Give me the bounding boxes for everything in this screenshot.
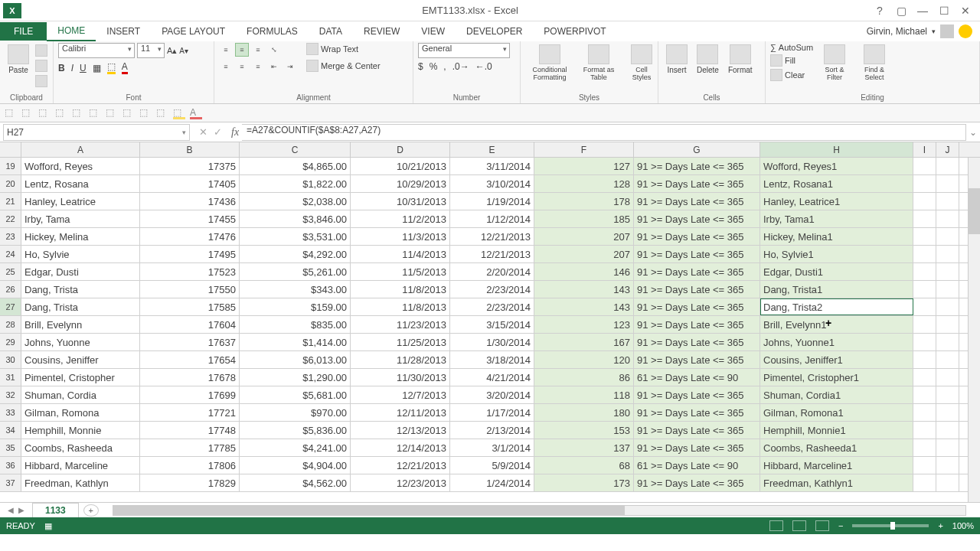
cell[interactable]: 91 >= Days Late <= 365 (634, 281, 760, 298)
font-color-icon[interactable]: A (190, 107, 202, 119)
cell[interactable]: 173 (534, 474, 634, 491)
cell[interactable]: 91 >= Days Late <= 365 (634, 193, 760, 210)
cell[interactable]: $3,531.00 (240, 228, 351, 245)
increase-indent-icon[interactable]: ⇥ (283, 60, 297, 73)
col-header[interactable]: G (634, 142, 760, 157)
cell[interactable]: 128 (534, 175, 634, 192)
cell[interactable] (913, 457, 936, 474)
align-middle-icon[interactable]: ≡ (235, 43, 249, 57)
qat-icon[interactable]: ⬚ (21, 107, 34, 119)
cell[interactable]: Wofford, Reyes1 (760, 158, 913, 174)
cell[interactable]: 1/17/2014 (450, 404, 534, 421)
cell[interactable]: Irby, Tama1 (760, 210, 913, 227)
cell[interactable]: 1/30/2014 (450, 334, 534, 350)
cell[interactable]: 137 (534, 439, 634, 456)
maximize-icon[interactable]: ☐ (937, 5, 951, 17)
cell[interactable]: 17523 (140, 263, 240, 280)
zoom-level[interactable]: 100% (952, 521, 974, 530)
vertical-scrollbar[interactable] (968, 158, 980, 502)
cell[interactable]: Brill, Evelynn (21, 316, 140, 333)
font-color-icon[interactable]: A (122, 61, 128, 74)
user-account[interactable]: Girvin, Michael ▾ (867, 24, 980, 38)
tab-insert[interactable]: INSERT (96, 22, 151, 41)
worksheet-grid[interactable]: A B C D E F G H I J 19Wofford, Reyes1737… (0, 142, 980, 502)
row-header[interactable]: 35 (0, 439, 21, 456)
cell[interactable]: Edgar, Dusti (21, 263, 140, 280)
cell[interactable] (936, 386, 959, 403)
cell[interactable]: 207 (534, 246, 634, 262)
conditional-formatting-button[interactable]: Conditional Formatting (525, 43, 574, 83)
cell[interactable]: 178 (534, 193, 634, 210)
delete-cells-button[interactable]: Delete (694, 43, 722, 76)
cell[interactable]: Hickey, Melina1 (760, 228, 913, 245)
cell[interactable]: 12/21/2013 (450, 246, 534, 262)
cell[interactable]: 12/23/2013 (351, 474, 450, 491)
cell[interactable]: Gilman, Romona1 (760, 404, 913, 421)
cell[interactable] (936, 281, 959, 298)
cell[interactable]: 17699 (140, 386, 240, 403)
cell[interactable]: 17637 (140, 334, 240, 350)
qat-icon[interactable]: ⬚ (122, 107, 135, 119)
cell[interactable]: 91 >= Days Late <= 365 (634, 404, 760, 421)
zoom-out-icon[interactable]: − (838, 521, 843, 530)
name-box[interactable]: H27 (3, 124, 190, 141)
row-header[interactable]: 31 (0, 369, 21, 386)
row-header[interactable]: 26 (0, 281, 21, 298)
cell[interactable]: 11/4/2013 (351, 246, 450, 262)
row-header[interactable]: 28 (0, 316, 21, 333)
normal-view-icon[interactable] (769, 520, 783, 531)
row-header[interactable]: 29 (0, 334, 21, 350)
align-left-icon[interactable]: ≡ (219, 60, 233, 73)
cell[interactable]: 123 (534, 316, 634, 333)
number-format-select[interactable]: General (418, 43, 510, 58)
cell[interactable]: Lentz, Rosana (21, 175, 140, 192)
close-icon[interactable]: ✕ (959, 5, 972, 17)
cell[interactable]: 180 (534, 404, 634, 421)
cell[interactable]: 17550 (140, 281, 240, 298)
cell[interactable]: $5,261.00 (240, 263, 351, 280)
cell[interactable] (936, 210, 959, 227)
cell[interactable]: Ho, Sylvie1 (760, 246, 913, 262)
cell[interactable]: Cousins, Jeniffer (21, 351, 140, 368)
cell[interactable]: $5,836.00 (240, 422, 351, 439)
cell[interactable]: 3/18/2014 (450, 351, 534, 368)
orientation-icon[interactable]: ⤡ (267, 43, 281, 57)
cell[interactable] (913, 369, 936, 386)
decrease-indent-icon[interactable]: ⇤ (267, 60, 281, 73)
format-painter-icon[interactable] (35, 75, 47, 87)
cell[interactable]: 12/21/2013 (351, 457, 450, 474)
cell[interactable]: $1,290.00 (240, 369, 351, 386)
col-header[interactable]: C (240, 142, 351, 157)
row-header[interactable]: 36 (0, 457, 21, 474)
cell[interactable]: 12/14/2013 (351, 439, 450, 456)
tab-page-layout[interactable]: PAGE LAYOUT (151, 22, 236, 41)
cell[interactable]: 86 (534, 369, 634, 386)
cell[interactable] (936, 334, 959, 350)
scroll-thumb[interactable] (113, 506, 625, 515)
cell[interactable] (936, 175, 959, 192)
qat-icon[interactable]: ⬚ (106, 107, 118, 119)
cell[interactable]: 120 (534, 351, 634, 368)
col-header[interactable]: J (936, 142, 959, 157)
underline-button[interactable]: U (80, 63, 87, 73)
cell[interactable]: Hanley, Leatrice (21, 193, 140, 210)
cell[interactable] (913, 175, 936, 192)
autosum-button[interactable]: ∑AutoSum (770, 43, 813, 52)
cell[interactable]: 11/30/2013 (351, 369, 450, 386)
sheet-nav-next-icon[interactable]: ▶ (18, 506, 24, 514)
cell[interactable] (936, 246, 959, 262)
cell[interactable]: Hemphill, Monnie1 (760, 422, 913, 439)
cell[interactable]: 91 >= Days Late <= 365 (634, 439, 760, 456)
tab-file[interactable]: FILE (0, 22, 47, 41)
cell[interactable]: 91 >= Days Late <= 365 (634, 386, 760, 403)
cell[interactable]: 11/3/2013 (351, 228, 450, 245)
cell[interactable]: 91 >= Days Late <= 365 (634, 334, 760, 350)
clear-button[interactable]: Clear (770, 69, 813, 81)
fill-color-icon[interactable]: ⬚ (107, 61, 116, 74)
cell[interactable]: $4,904.00 (240, 457, 351, 474)
cell[interactable] (936, 263, 959, 280)
tab-home[interactable]: HOME (47, 21, 96, 41)
page-layout-view-icon[interactable] (792, 520, 806, 531)
cell[interactable]: 91 >= Days Late <= 365 (634, 474, 760, 491)
cell[interactable]: Wofford, Reyes (21, 158, 140, 174)
